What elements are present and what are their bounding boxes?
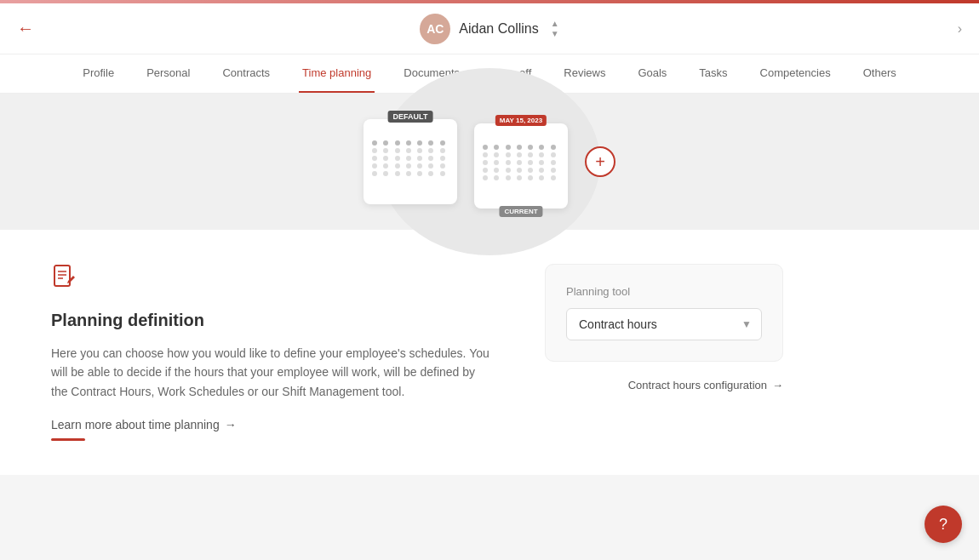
- config-link[interactable]: Contract hours configuration →: [545, 379, 783, 391]
- user-info: AC Aidan Collins ▲ ▼: [420, 14, 558, 44]
- add-calendar-button[interactable]: +: [585, 146, 615, 177]
- planning-title: Planning definition: [51, 311, 494, 330]
- plus-icon: +: [595, 152, 605, 172]
- support-button[interactable]: ?: [925, 506, 962, 543]
- tool-select[interactable]: Contract hours Work schedules Shift mana…: [566, 308, 762, 340]
- calendar-dots-current: [483, 145, 559, 180]
- default-calendar-card[interactable]: DEFAULT: [364, 119, 457, 204]
- default-tag: DEFAULT: [388, 111, 433, 123]
- tab-personal[interactable]: Personal: [143, 54, 193, 93]
- planning-tool-section: Planning tool Contract hours Work schedu…: [545, 264, 783, 441]
- tool-label: Planning tool: [566, 285, 762, 298]
- learn-more-link[interactable]: Learn more about time planning →: [51, 418, 494, 431]
- learn-more-label: Learn more about time planning: [51, 418, 220, 431]
- avatar: AC: [420, 14, 450, 44]
- main-content: Planning definition Here you can choose …: [0, 230, 979, 475]
- planning-definition-section: Planning definition Here you can choose …: [51, 264, 494, 441]
- support-icon: ?: [939, 516, 948, 534]
- config-link-label: Contract hours configuration: [628, 379, 767, 391]
- back-button[interactable]: ←: [17, 19, 34, 38]
- tab-time-planning[interactable]: Time planning: [299, 54, 375, 93]
- tab-others[interactable]: Others: [860, 54, 900, 93]
- calendar-section: DEFAULT: [0, 94, 979, 230]
- planning-tool-card: Planning tool Contract hours Work schedu…: [545, 264, 783, 362]
- planning-icon: [51, 264, 494, 297]
- user-name: Aidan Collins: [459, 21, 538, 37]
- planning-description: Here you can choose how you would like t…: [51, 344, 494, 401]
- user-nav-arrows[interactable]: ▲ ▼: [551, 19, 559, 38]
- tab-profile[interactable]: Profile: [79, 54, 117, 93]
- header: ← AC Aidan Collins ▲ ▼ ›: [0, 3, 979, 54]
- tool-select-wrapper[interactable]: Contract hours Work schedules Shift mana…: [566, 308, 762, 340]
- tab-goals[interactable]: Goals: [634, 54, 670, 93]
- current-calendar-card[interactable]: MAY 15, 2023: [474, 123, 568, 209]
- next-employee-button[interactable]: ›: [958, 21, 962, 37]
- current-tag: CURRENT: [499, 206, 542, 217]
- underline-bar: [51, 438, 85, 441]
- tab-reviews[interactable]: Reviews: [560, 54, 609, 93]
- tab-competencies[interactable]: Competencies: [757, 54, 834, 93]
- date-tag: MAY 15, 2023: [495, 115, 547, 126]
- calendar-dots-default: [372, 140, 449, 176]
- config-link-arrow-icon: →: [772, 379, 783, 391]
- learn-more-arrow: →: [225, 418, 237, 431]
- tab-tasks[interactable]: Tasks: [696, 54, 730, 93]
- tab-contracts[interactable]: Contracts: [219, 54, 273, 93]
